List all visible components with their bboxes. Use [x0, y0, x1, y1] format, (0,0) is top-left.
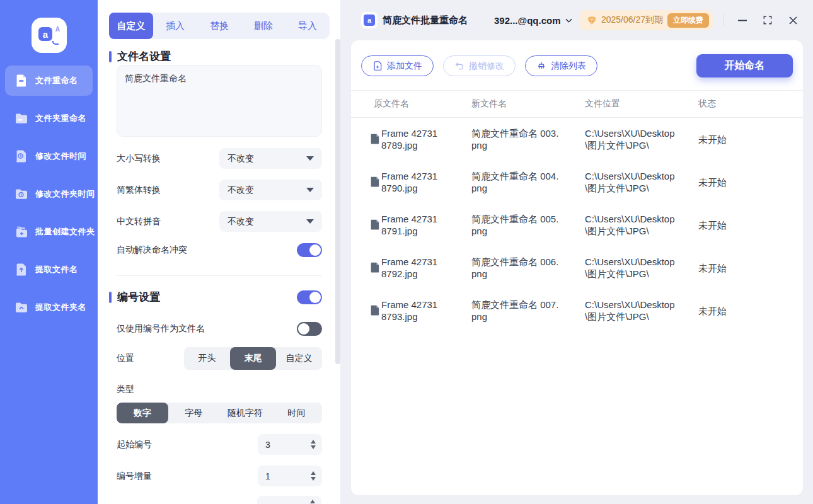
renew-button[interactable]: 立即续费 [667, 13, 709, 28]
table-row[interactable]: Frame 42731 8789.jpg 简鹿文件重命名 003.png C:\… [351, 118, 803, 161]
only-number-toggle[interactable] [297, 322, 322, 336]
step-up-icon[interactable] [311, 471, 316, 475]
section-divider [117, 275, 322, 276]
file-location: C:\Users\XU\Desktop\图片文件\JPG\ [585, 213, 678, 237]
filename-section-header: 文件名设置 [109, 49, 171, 64]
tab-insert[interactable]: 插入 [153, 13, 197, 39]
sidebar-item-folder-rename[interactable]: 文件夹重命名 [5, 103, 93, 134]
file-location: C:\Users\XU\Desktop\图片文件\JPG\ [585, 256, 678, 280]
add-files-button[interactable]: 添加文件 [361, 55, 434, 76]
logo-a-icon: a [38, 27, 52, 41]
new-filename: 简鹿文件重命名 004.png [471, 170, 560, 194]
tab-delete[interactable]: 删除 [241, 13, 285, 39]
position-option-end[interactable]: 末尾 [230, 347, 276, 370]
table-row[interactable]: Frame 42731 8790.jpg 简鹿文件重命名 004.png C:\… [351, 161, 803, 203]
undo-label: 撤销修改 [469, 60, 504, 72]
filename-template-input[interactable]: 简鹿文件重命名 [117, 65, 322, 137]
original-filename: Frame 42731 8793.jpg [381, 299, 456, 323]
filename-section-title: 文件名设置 [117, 49, 171, 64]
numbering-toggle[interactable] [297, 290, 322, 304]
col-new-name: 新文件名 [471, 98, 585, 110]
status-text: 未开始 [698, 134, 803, 146]
file-icon [371, 176, 379, 187]
sidebar-item-label: 批量创建文件夹 [35, 226, 95, 238]
case-convert-select[interactable]: 不改变 [219, 148, 322, 169]
sidebar-item-file-time[interactable]: 修改文件时间 [5, 141, 93, 171]
stepper-arrows[interactable] [311, 440, 316, 449]
original-filename: Frame 42731 8791.jpg [381, 213, 456, 237]
gem-icon [587, 16, 597, 25]
start-number-label: 起始编号 [117, 439, 152, 450]
type-option-number[interactable]: 数字 [117, 403, 168, 423]
add-files-label: 添加文件 [387, 60, 422, 72]
position-option-custom[interactable]: 自定义 [276, 347, 322, 370]
auto-resolve-label: 自动解决命名冲突 [117, 244, 187, 256]
account-email: 392...@qq.com [494, 15, 561, 26]
sidebar-item-folder-time[interactable]: 修改文件夹时间 [5, 179, 93, 209]
toggle-knob [309, 292, 321, 303]
partial-stepper-box[interactable] [257, 496, 321, 504]
numbering-section-header: 编号设置 [109, 290, 322, 304]
sidebar-item-create-folders[interactable]: 批量创建文件夹 [5, 217, 93, 247]
step-down-icon[interactable] [311, 445, 316, 449]
caret-down-icon [306, 219, 314, 224]
table-row[interactable]: Frame 42731 8791.jpg 简鹿文件重命名 005.png C:\… [351, 203, 803, 246]
tab-custom[interactable]: 自定义 [109, 13, 153, 39]
license-badge: 2025/06/27到期 立即续费 [580, 10, 713, 30]
undo-button[interactable]: 撤销修改 [443, 55, 516, 76]
table-row[interactable]: Frame 42731 8792.jpg 简鹿文件重命名 006.png C:\… [351, 246, 803, 289]
step-down-icon[interactable] [311, 477, 316, 481]
simp-trad-select[interactable]: 不改变 [219, 180, 322, 200]
sidebar-nav: 文件重命名 文件夹重命名 修改文件时间 修改文件夹时间 批量创建文件夹 提取文件… [0, 66, 98, 330]
file-list-card: 添加文件 撤销修改 清除列表 开始命名 原文件名 新文件名 文件位置 状态 Fr… [351, 40, 803, 495]
status-text: 未开始 [698, 305, 803, 317]
stepper-arrows[interactable] [311, 471, 316, 481]
type-option-letter[interactable]: 字母 [168, 403, 220, 423]
auto-resolve-toggle[interactable] [297, 243, 322, 257]
list-toolbar: 添加文件 撤销修改 清除列表 开始命名 [361, 54, 793, 77]
original-filename: Frame 42731 8790.jpg [381, 170, 456, 194]
extract-foldernames-icon [14, 300, 29, 315]
folder-rename-icon [14, 111, 29, 126]
pinyin-select[interactable]: 不改变 [219, 211, 322, 232]
only-number-label: 仅使用编号作为文件名 [117, 323, 205, 335]
new-filename: 简鹿文件重命名 006.png [471, 256, 560, 280]
logo-arrow-icon [52, 41, 59, 45]
tab-import[interactable]: 导入 [285, 13, 330, 39]
minimize-button[interactable] [735, 13, 750, 28]
step-up-icon[interactable] [310, 500, 315, 503]
create-folders-icon [14, 224, 29, 239]
type-label: 类型 [117, 384, 134, 395]
file-location: C:\Users\XU\Desktop\图片文件\JPG\ [585, 127, 678, 151]
account-menu[interactable]: 392...@qq.com [494, 15, 572, 26]
sidebar-item-extract-filenames[interactable]: 提取文件名 [5, 255, 93, 285]
col-status: 状态 [698, 98, 803, 110]
sidebar-item-extract-foldernames[interactable]: 提取文件夹名 [5, 292, 93, 323]
sidebar-item-label: 文件重命名 [35, 75, 78, 86]
position-row: 位置 开头 末尾 自定义 [117, 347, 322, 370]
start-number-input[interactable] [265, 440, 297, 450]
position-label: 位置 [117, 353, 134, 364]
increment-input[interactable] [265, 471, 297, 481]
extract-filenames-icon [14, 262, 29, 277]
maximize-button[interactable] [760, 13, 775, 28]
type-option-time[interactable]: 时间 [271, 403, 323, 423]
tab-replace[interactable]: 替换 [197, 13, 241, 39]
type-option-random[interactable]: 随机字符 [219, 403, 271, 423]
sidebar: a A 文件重命名 文件夹重命名 修改文件时间 修改文件夹时间 批量创建文件夹 … [0, 0, 98, 504]
step-up-icon[interactable] [311, 440, 316, 444]
table-row[interactable]: Frame 42731 8793.jpg 简鹿文件重命名 007.png C:\… [351, 289, 803, 332]
settings-scrollbar[interactable] [335, 39, 340, 364]
sidebar-item-file-rename[interactable]: 文件重命名 [5, 66, 93, 96]
type-segmented: 数字 字母 随机字符 时间 [117, 403, 322, 423]
license-expiry: 2025/06/27到期 [601, 14, 663, 26]
new-filename: 简鹿文件重命名 007.png [471, 299, 560, 323]
close-button[interactable] [785, 13, 800, 28]
position-option-start[interactable]: 开头 [184, 347, 230, 370]
sidebar-item-label: 提取文件名 [35, 264, 78, 275]
start-rename-button[interactable]: 开始命名 [696, 54, 793, 77]
original-filename: Frame 42731 8789.jpg [381, 127, 456, 151]
position-segmented: 开头 末尾 自定义 [184, 347, 322, 370]
clear-list-button[interactable]: 清除列表 [525, 55, 597, 76]
caret-down-icon [306, 188, 314, 192]
